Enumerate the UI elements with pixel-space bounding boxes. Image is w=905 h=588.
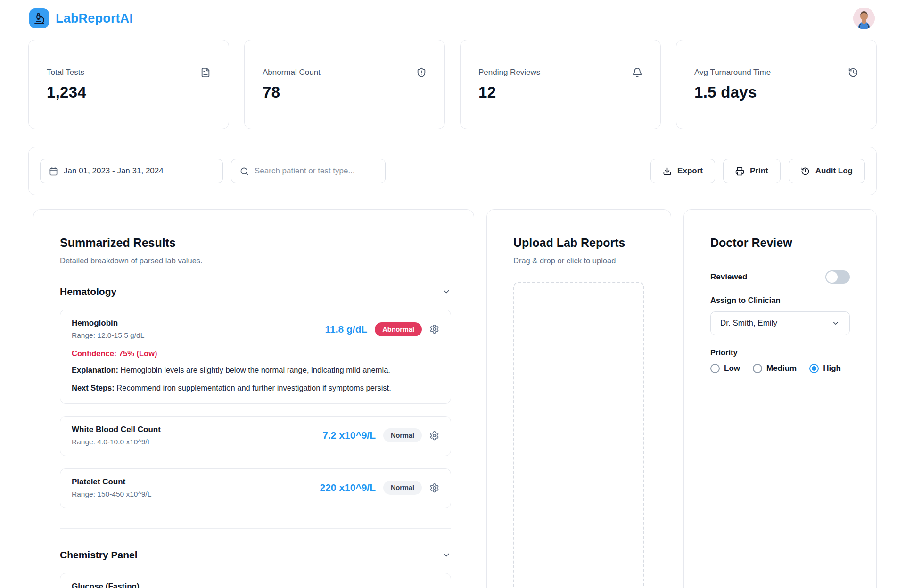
results-subtitle: Detailed breakdown of parsed lab values. <box>60 256 451 265</box>
summarized-results-panel: Summarized Results Detailed breakdown of… <box>33 209 474 588</box>
test-range: Range: 4.0-10.0 x10^9/L <box>72 438 161 446</box>
download-icon <box>663 167 672 176</box>
confidence-text: Confidence: 75% (Low) <box>72 349 439 358</box>
avatar-image <box>853 8 875 29</box>
status-badge: Abnormal <box>375 322 422 336</box>
test-card-platelet: Platelet Count Range: 150-450 x10^9/L 22… <box>60 468 451 508</box>
history-icon <box>848 67 858 78</box>
search-input[interactable] <box>255 166 377 176</box>
topbar: LabReportAI <box>28 0 877 34</box>
gear-icon[interactable] <box>429 431 439 441</box>
status-badge: Normal <box>383 481 422 495</box>
stat-card-pending-reviews: Pending Reviews 12 <box>460 40 661 129</box>
search-box <box>231 159 386 183</box>
test-card-hemoglobin: Hemoglobin Range: 12.0-15.5 g/dL 11.8 g/… <box>60 310 451 404</box>
toolbar-actions: Export Print Audit Log <box>650 159 865 183</box>
radio-unchecked-icon <box>753 364 762 373</box>
toolbar: Jan 01, 2023 - Jan 31, 2024 Export <box>28 147 877 195</box>
test-name: Platelet Count <box>72 477 151 487</box>
audit-log-label: Audit Log <box>815 166 853 176</box>
audit-log-button[interactable]: Audit Log <box>789 159 865 183</box>
file-text-icon <box>200 67 211 78</box>
stat-card-total-tests: Total Tests 1,234 <box>28 40 229 129</box>
explanation-text: Explanation: Hemoglobin levels are sligh… <box>72 364 439 376</box>
chevron-down-icon <box>442 287 451 296</box>
test-name: White Blood Cell Count <box>72 425 161 434</box>
next-steps-text: Next Steps: Recommend iron supplementati… <box>72 382 439 394</box>
app-title: LabReportAI <box>56 11 133 26</box>
stat-value: 12 <box>478 83 642 101</box>
section-title: Chemistry Panel <box>60 549 138 561</box>
upload-panel: Upload Lab Reports Drag & drop or click … <box>486 209 671 588</box>
stat-label: Avg Turnaround Time <box>694 68 771 77</box>
section-title: Hematology <box>60 286 116 297</box>
status-badge: Normal <box>383 428 422 442</box>
priority-option-medium[interactable]: Medium <box>753 364 797 373</box>
radio-unchecked-icon <box>710 364 720 373</box>
calendar-icon <box>49 167 58 176</box>
stat-value: 1,234 <box>47 83 211 101</box>
stat-value: 1.5 days <box>694 83 858 101</box>
toggle-knob <box>826 271 838 283</box>
review-title: Doctor Review <box>710 236 850 250</box>
reviewed-label: Reviewed <box>710 272 747 282</box>
print-label: Print <box>750 166 768 176</box>
search-icon <box>240 167 249 176</box>
test-range: Range: 150-450 x10^9/L <box>72 490 151 498</box>
clinician-selected-value: Dr. Smith, Emily <box>720 318 777 328</box>
priority-radio-group: Low Medium High <box>710 364 850 373</box>
upload-subtitle: Drag & drop or click to upload <box>513 256 644 265</box>
test-value: 11.8 g/dL <box>325 324 367 335</box>
doctor-review-panel: Doctor Review Reviewed Assign to Clinici… <box>683 209 877 588</box>
test-card-glucose: Glucose (Fasting) <box>60 573 451 588</box>
upload-dropzone[interactable] <box>513 282 644 588</box>
priority-label: Priority <box>710 348 850 357</box>
chevron-down-icon <box>831 319 840 327</box>
logo-tile <box>29 8 49 28</box>
brand: LabReportAI <box>29 8 133 28</box>
microscope-icon <box>33 13 45 24</box>
results-title: Summarized Results <box>60 236 451 250</box>
reviewed-toggle[interactable] <box>825 270 850 284</box>
export-button[interactable]: Export <box>650 159 715 183</box>
radio-checked-icon <box>809 364 819 373</box>
priority-option-high[interactable]: High <box>809 364 841 373</box>
shield-alert-icon <box>416 67 427 78</box>
assign-clinician-label: Assign to Clinician <box>710 296 850 305</box>
reviewed-row: Reviewed <box>710 270 850 284</box>
test-value: 220 x10^9/L <box>320 482 376 493</box>
app-frame: LabReportAI Total Tests 1,234 <box>14 0 891 588</box>
gear-icon[interactable] <box>429 324 439 334</box>
test-value: 7.2 x10^9/L <box>322 430 376 441</box>
priority-option-low[interactable]: Low <box>710 364 740 373</box>
stat-label: Abnormal Count <box>263 68 321 77</box>
test-name: Glucose (Fasting) <box>72 582 140 588</box>
stat-card-abnormal-count: Abnormal Count 78 <box>244 40 445 129</box>
clinician-select[interactable]: Dr. Smith, Emily <box>710 311 850 335</box>
printer-icon <box>735 167 744 176</box>
stat-label: Pending Reviews <box>478 68 540 77</box>
stat-label: Total Tests <box>47 68 84 77</box>
stat-card-avg-turnaround: Avg Turnaround Time 1.5 days <box>676 40 877 129</box>
gear-icon[interactable] <box>429 483 439 493</box>
test-range: Range: 12.0-15.5 g/dL <box>72 331 144 340</box>
section-hematology[interactable]: Hematology <box>60 286 451 297</box>
stat-value: 78 <box>263 83 427 101</box>
bell-icon <box>632 67 642 78</box>
stat-cards: Total Tests 1,234 Abnormal Count 78 Pend… <box>28 40 877 129</box>
print-button[interactable]: Print <box>723 159 781 183</box>
upload-title: Upload Lab Reports <box>513 236 644 250</box>
test-card-wbc: White Blood Cell Count Range: 4.0-10.0 x… <box>60 416 451 456</box>
section-chemistry-panel[interactable]: Chemistry Panel <box>60 549 451 561</box>
user-avatar[interactable] <box>853 8 875 29</box>
history-icon <box>801 167 810 176</box>
date-range-picker[interactable]: Jan 01, 2023 - Jan 31, 2024 <box>40 159 223 183</box>
date-range-value: Jan 01, 2023 - Jan 31, 2024 <box>64 166 164 176</box>
export-label: Export <box>677 166 703 176</box>
main-panels: Summarized Results Detailed breakdown of… <box>28 209 877 588</box>
test-name: Hemoglobin <box>72 318 144 328</box>
section-divider <box>60 528 451 529</box>
chevron-down-icon <box>442 550 451 560</box>
